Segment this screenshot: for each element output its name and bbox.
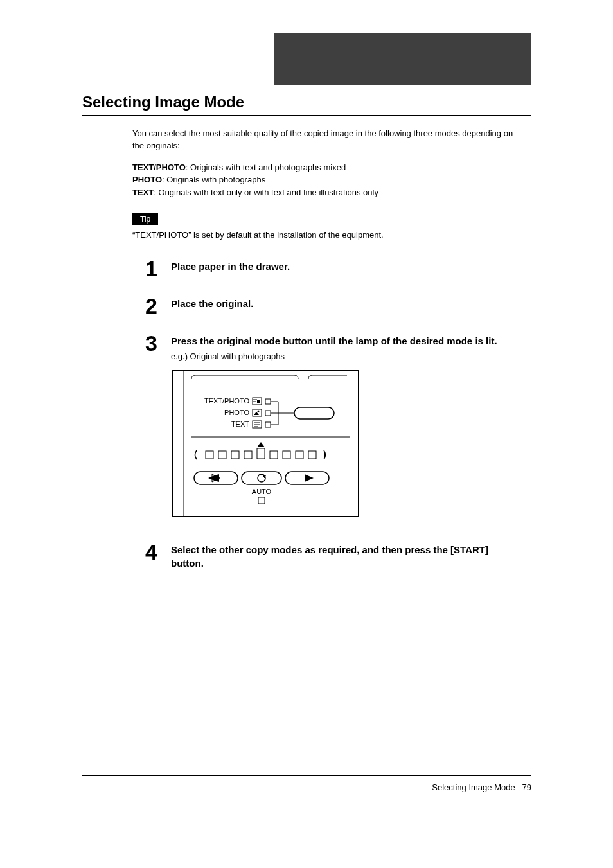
step-number: 1 (145, 258, 171, 279)
tip-tag: Tip (132, 213, 158, 225)
step-body: Place paper in the drawer. (171, 258, 519, 277)
mode-definitions: TEXT/PHOTO: Originals with text and phot… (132, 161, 519, 199)
page-footer: Selecting Image Mode 79 (82, 775, 531, 792)
intro-text: You can select the most suitable quality… (132, 128, 519, 152)
def-text: : Originals with text and photographs mi… (186, 163, 346, 172)
step-1: 1 Place paper in the drawer. (145, 258, 519, 279)
panel-label-auto: AUTO (252, 488, 272, 495)
header-dark-block (274, 33, 531, 85)
step-number: 2 (145, 295, 171, 317)
footer-section-label: Selecting Image Mode (432, 783, 515, 792)
step-body: Press the original mode button until the… (171, 332, 519, 519)
step-number: 4 (145, 541, 171, 563)
def-text: TEXT: Originals with text only or with t… (132, 186, 519, 199)
def-label: TEXT/PHOTO (132, 163, 186, 172)
footer-text: Selecting Image Mode 79 (82, 783, 531, 792)
title-rule (82, 115, 531, 116)
intro-block: You can select the most suitable quality… (132, 128, 519, 240)
step-2: 2 Place the original. (145, 295, 519, 317)
page-title: Selecting Image Mode (82, 93, 531, 111)
steps-list: 1 Place paper in the drawer. 2 Place the… (145, 258, 519, 574)
step-title: Place the original. (171, 297, 519, 310)
panel-label-photo: PHOTO (224, 409, 249, 416)
def-label: TEXT (132, 188, 154, 197)
def-photo: PHOTO: Originals with photographs (132, 173, 519, 186)
footer-rule (82, 775, 531, 776)
def-text-photo: TEXT/PHOTO: Originals with text and phot… (132, 161, 519, 174)
panel-label-textphoto: TEXT/PHOTO (204, 397, 250, 405)
document-page: Selecting Image Mode You can select the … (0, 0, 613, 868)
def-label: PHOTO (132, 175, 162, 184)
step-number: 3 (145, 332, 171, 354)
step-title: Place paper in the drawer. (171, 260, 519, 273)
tip-block: Tip “TEXT/PHOTO” is set by default at th… (132, 213, 519, 240)
step-title: Select the other copy modes as required,… (171, 544, 519, 570)
step-body: Select the other copy modes as required,… (171, 541, 519, 574)
svg-point-8 (258, 411, 260, 412)
step-3: 3 Press the original mode button until t… (145, 332, 519, 519)
content-area: Selecting Image Mode You can select the … (82, 93, 531, 589)
svg-rect-5 (257, 400, 260, 403)
def-text: : Originals with text only or with text … (154, 188, 378, 197)
def-text: : Originals with photographs (162, 175, 265, 184)
footer-page-number: 79 (522, 783, 531, 792)
control-panel-illustration: TEXT/PHOTO PHOTO TEXT (172, 370, 359, 517)
step-title: Press the original mode button until the… (171, 335, 519, 348)
tip-text: “TEXT/PHOTO” is set by default at the in… (132, 230, 519, 240)
step-4: 4 Select the other copy modes as require… (145, 541, 519, 574)
panel-label-text: TEXT (231, 420, 249, 428)
step-subtext: e.g.) Original with photographs (171, 351, 519, 361)
step-body: Place the original. (171, 295, 519, 314)
